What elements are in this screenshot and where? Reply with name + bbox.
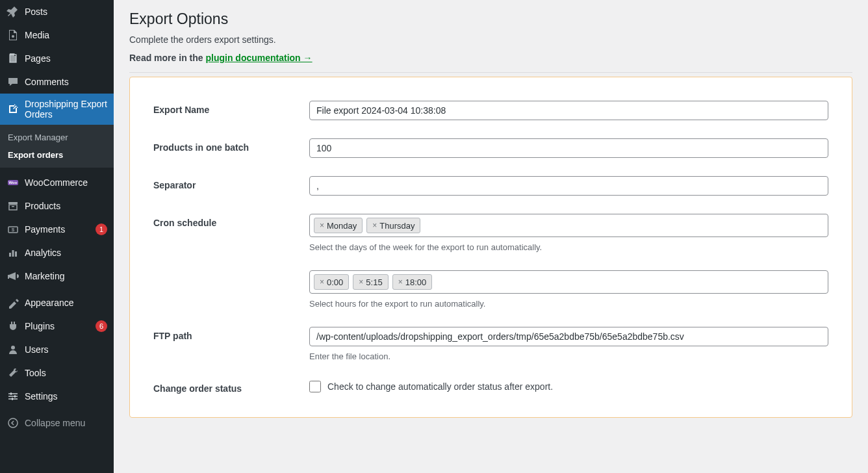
svg-text:$: $ [12,227,15,233]
submenu-export-orders[interactable]: Export orders [0,146,114,164]
collapse-menu[interactable]: Collapse menu [0,411,114,435]
page-title: Export Options [129,0,852,34]
plugins-icon [6,320,19,333]
tag-cron-hour: ×18:00 [392,274,433,290]
helper-cron-hours: Select hours for the export to run autom… [309,299,828,309]
sidebar-item-pages[interactable]: Pages [0,47,114,70]
sidebar-label: Marketing [25,271,107,281]
sidebar-item-tools[interactable]: Tools [0,361,114,385]
svg-rect-13 [8,393,18,394]
admin-sidebar: Posts Media Pages Comments Dropshipping … [0,0,114,473]
row-cron-hours: ×0:00 ×5:15 ×18:00 Select hours for the … [153,270,828,309]
label-ftp: FTP path [153,327,309,341]
sidebar-item-payments[interactable]: $ Payments 1 [0,218,114,241]
row-separator: Separator [153,176,828,196]
sidebar-label: Appearance [25,298,107,308]
collapse-icon [6,416,19,429]
label-separator: Separator [153,176,309,190]
users-icon [6,343,19,356]
export-icon [6,103,19,116]
settings-panel: Export Name Products in one batch Separa… [129,77,852,418]
tag-remove-icon[interactable]: × [372,221,377,230]
multiselect-cron-hours[interactable]: ×0:00 ×5:15 ×18:00 [309,270,828,294]
tag-cron-hour: ×5:15 [353,274,388,290]
helper-cron-days: Select the days of the week for the expo… [309,242,828,252]
pushpin-icon [6,5,19,18]
page-subtitle: Complete the orders export settings. [129,34,852,53]
sidebar-label: WooCommerce [25,177,107,188]
doc-line: Read more in the plugin documentation → [129,53,852,72]
main-content: Export Options Complete the orders expor… [114,0,868,433]
sidebar-item-posts[interactable]: Posts [0,0,114,23]
sidebar-label: Pages [25,53,107,64]
svg-rect-11 [15,251,17,257]
input-separator[interactable] [309,176,828,196]
sidebar-item-marketing[interactable]: Marketing [0,264,114,288]
sidebar-label: Comments [25,77,107,87]
tag-remove-icon[interactable]: × [320,277,324,287]
divider [129,72,852,73]
row-cron-days: Cron schedule ×Monday ×Thursday Select t… [153,214,828,252]
helper-ftp: Enter the file location. [309,352,828,361]
svg-rect-5 [9,205,17,210]
appearance-icon [6,296,19,309]
sidebar-item-media[interactable]: Media [0,23,114,47]
sidebar-item-appearance[interactable]: Appearance [0,291,114,314]
tag-cron-day: ×Monday [314,218,363,233]
tag-cron-hour: ×0:00 [314,274,349,290]
payments-badge: 1 [96,224,107,235]
media-icon [6,29,19,42]
tools-icon [6,366,19,379]
sidebar-label: Media [25,30,107,40]
archive-icon [6,199,19,212]
tag-remove-icon[interactable]: × [398,277,403,287]
checkbox-change-status[interactable] [309,381,321,392]
woo-icon: Woo [6,176,19,189]
sidebar-item-users[interactable]: Users [0,338,114,361]
sidebar-label: Products [25,201,107,211]
multiselect-cron-days[interactable]: ×Monday ×Thursday [309,214,828,237]
tag-remove-icon[interactable]: × [359,277,363,287]
analytics-icon [6,246,19,259]
sidebar-label: Analytics [25,248,107,258]
row-change-status: Change order status Check to change auto… [153,379,828,394]
svg-rect-18 [12,398,13,400]
sidebar-item-comments[interactable]: Comments [0,70,114,94]
tag-cron-day: ×Thursday [366,218,420,233]
sidebar-item-settings[interactable]: Settings [0,385,114,408]
input-ftp-path[interactable] [309,327,828,346]
input-export-name[interactable] [309,101,828,120]
checkbox-label-change-status: Check to change automatically order stat… [327,381,553,392]
svg-rect-4 [8,202,18,204]
payments-icon: $ [6,223,19,236]
sidebar-label: Users [25,344,107,355]
svg-rect-9 [9,253,11,257]
svg-rect-10 [12,250,14,257]
sidebar-item-products[interactable]: Products [0,194,114,218]
sidebar-submenu: Export Manager Export orders [0,125,114,168]
svg-text:Woo: Woo [9,181,18,185]
tag-remove-icon[interactable]: × [320,221,324,230]
comments-icon [6,75,19,88]
svg-rect-16 [10,392,12,395]
row-export-name: Export Name [153,101,828,120]
label-cron-schedule: Cron schedule [153,214,309,228]
input-batch[interactable] [309,138,828,158]
tag-label: Thursday [379,221,415,231]
sidebar-item-analytics[interactable]: Analytics [0,241,114,264]
sidebar-item-dropshipping-export[interactable]: Dropshipping Export Orders [0,94,114,125]
sidebar-item-woocommerce[interactable]: Woo WooCommerce [0,171,114,194]
tag-label: 0:00 [327,277,343,287]
label-export-name: Export Name [153,101,309,115]
pages-icon [6,52,19,65]
doc-link[interactable]: plugin documentation → [205,53,312,63]
sidebar-label: Dropshipping Export Orders [25,99,107,120]
submenu-export-manager[interactable]: Export Manager [0,129,114,146]
plugins-badge: 6 [96,320,107,332]
settings-icon [6,390,19,403]
sidebar-item-plugins[interactable]: Plugins 6 [0,314,114,338]
sidebar-label: Posts [25,6,107,17]
svg-point-0 [12,35,14,38]
tag-label: 18:00 [405,277,427,287]
label-change-status: Change order status [153,379,309,394]
